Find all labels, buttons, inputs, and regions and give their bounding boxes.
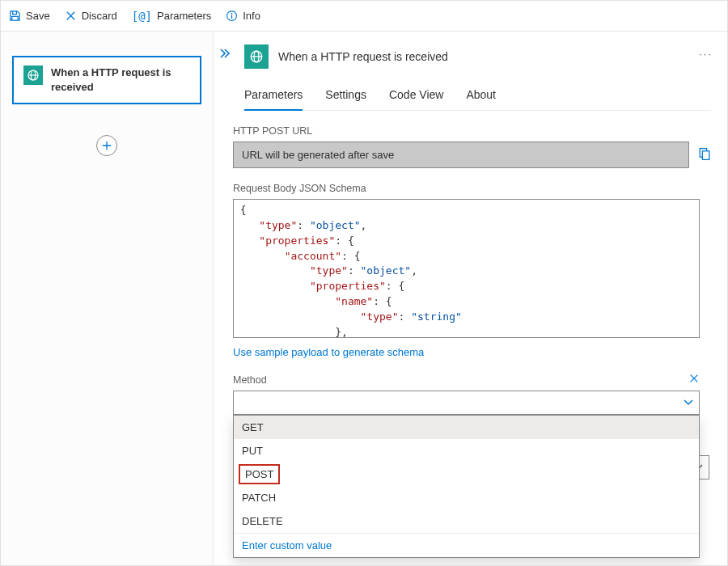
discard-icon: [65, 10, 77, 22]
method-option-delete[interactable]: DELETE: [234, 509, 699, 533]
svg-point-1: [231, 13, 233, 15]
http-panel-icon: [244, 44, 269, 69]
copy-icon: [697, 147, 711, 161]
discard-button[interactable]: Discard: [65, 10, 117, 22]
tab-about[interactable]: About: [466, 83, 496, 110]
plus-icon: [101, 140, 112, 151]
close-icon: [688, 373, 700, 384]
trigger-card-title: When a HTTP request is received: [51, 65, 190, 95]
http-trigger-icon: [23, 65, 43, 85]
discard-label: Discard: [82, 10, 117, 22]
save-label: Save: [26, 10, 50, 22]
method-custom-value[interactable]: Enter custom value: [234, 533, 699, 557]
parameters-button[interactable]: [@] Parameters: [132, 10, 212, 23]
method-remove-button[interactable]: [688, 373, 700, 387]
method-option-post[interactable]: POST: [239, 464, 280, 484]
panel-tabs: Parameters Settings Code View About: [244, 83, 711, 111]
method-option-get[interactable]: GET: [234, 416, 699, 439]
body-split: When a HTTP request is received ··· When…: [1, 32, 727, 565]
copy-url-button[interactable]: [697, 147, 711, 163]
tab-code-view[interactable]: Code View: [389, 83, 443, 110]
parameters-icon: [@]: [132, 10, 152, 23]
sample-payload-link[interactable]: Use sample payload to generate schema: [233, 346, 424, 358]
panel-more-button[interactable]: ···: [699, 48, 713, 60]
section-schema: Request Body JSON Schema { "type": "obje…: [233, 183, 700, 358]
info-label: Info: [243, 10, 260, 22]
parameters-label: Parameters: [157, 10, 211, 22]
save-icon: [9, 10, 21, 22]
designer-canvas: When a HTTP request is received: [1, 32, 214, 565]
tab-settings[interactable]: Settings: [325, 83, 366, 110]
method-dropdown-list: GET PUT POST PATCH DELETE Enter custom v…: [233, 415, 700, 558]
method-option-patch[interactable]: PATCH: [234, 486, 699, 509]
section-method: Method GET PUT POST PATCH DELETE E: [233, 373, 700, 558]
url-label: HTTP POST URL: [233, 125, 711, 137]
section-url: HTTP POST URL URL will be generated afte…: [233, 125, 711, 168]
panel-header: When a HTTP request is received: [244, 44, 711, 69]
chevrons-right-icon: [218, 48, 231, 59]
panel-title: When a HTTP request is received: [278, 50, 448, 63]
trigger-card[interactable]: When a HTTP request is received: [12, 56, 201, 104]
method-option-put[interactable]: PUT: [234, 439, 699, 463]
schema-label: Request Body JSON Schema: [233, 183, 700, 194]
method-dropdown[interactable]: [233, 391, 700, 415]
add-step-container: [12, 135, 201, 156]
info-icon: [226, 10, 238, 22]
method-label: Method: [233, 374, 267, 386]
collapse-panel-button[interactable]: [218, 48, 231, 61]
info-button[interactable]: Info: [226, 10, 260, 22]
chevron-down-icon: [683, 397, 694, 409]
tab-parameters[interactable]: Parameters: [244, 83, 303, 111]
svg-rect-2: [231, 15, 232, 19]
save-button[interactable]: Save: [9, 10, 50, 22]
svg-rect-8: [702, 150, 709, 159]
schema-textarea[interactable]: { "type": "object", "properties": { "acc…: [233, 199, 700, 338]
app-root: Save Discard [@] Parameters Info: [0, 0, 728, 566]
top-toolbar: Save Discard [@] Parameters Info: [1, 1, 727, 32]
add-step-button[interactable]: [96, 135, 117, 156]
url-value-box: URL will be generated after save: [233, 142, 689, 168]
details-panel: ··· When a HTTP request is received Para…: [214, 32, 727, 565]
